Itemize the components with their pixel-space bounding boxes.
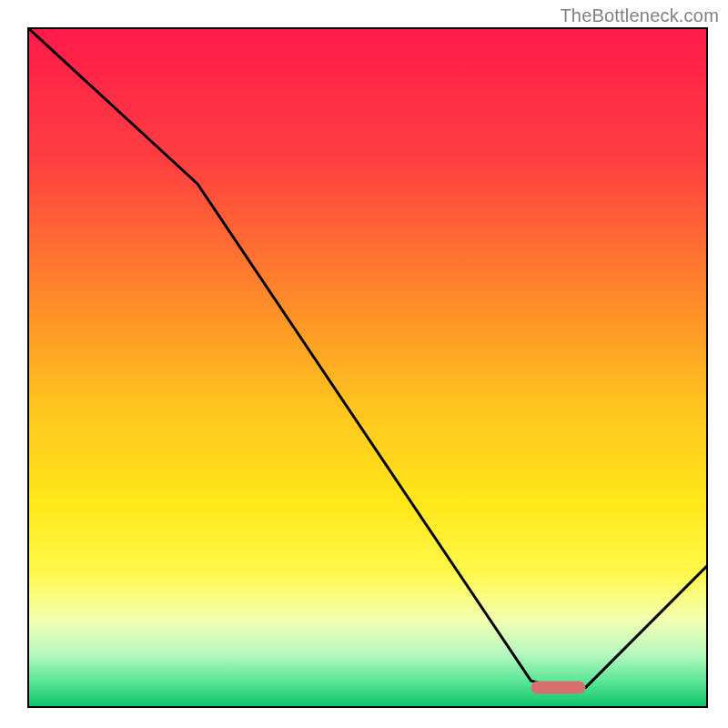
chart-svg [27,27,708,708]
chart-background [27,27,708,708]
optimal-marker [531,682,586,694]
bottleneck-chart [27,27,708,708]
attribution-text: TheBottleneck.com [560,5,719,26]
